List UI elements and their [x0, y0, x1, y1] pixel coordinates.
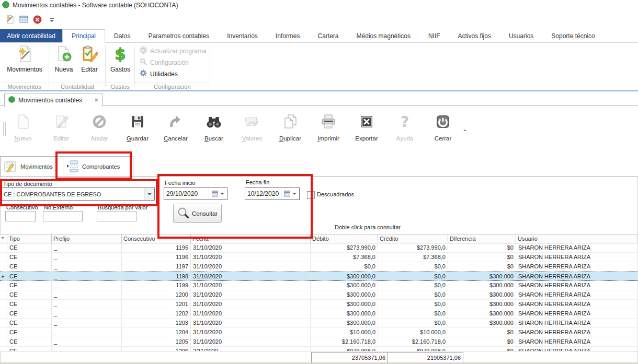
table-row[interactable]: CE_119531/10/2020$273.990,0$273.990,0$0S…	[0, 243, 638, 253]
cell-fecha: 31/10/2020	[191, 337, 311, 346]
cell-fecha: 31/10/2020	[191, 300, 311, 309]
subtab-movimientos[interactable]: Movimientos	[0, 156, 69, 177]
cell-prefijo: _	[52, 243, 122, 252]
ribbon-tab-informes[interactable]: Informes	[267, 29, 309, 42]
tab-close-icon[interactable]: ×	[94, 96, 98, 104]
ribbon-group-divider	[134, 45, 135, 87]
imprimir-button[interactable]: Imprimir	[313, 111, 344, 142]
fecha-fin-input[interactable]: 10/12/2020	[245, 187, 300, 200]
cell-diferencia: $300.000	[448, 281, 516, 290]
table-row[interactable]: CE_120131/10/2020$300.000,0$0,0$300.000S…	[0, 300, 638, 309]
cell-fecha: 31/10/2020	[191, 281, 311, 290]
cell-credito: $2.160.718,0	[378, 337, 448, 346]
cell-indicator	[0, 337, 7, 346]
calendar-picker-icon[interactable]	[281, 188, 299, 199]
close-red-icon[interactable]	[33, 15, 42, 25]
table-row[interactable]: ►CE_119831/10/2020$300.000,0$0,0$300.000…	[0, 272, 638, 281]
cell-tipo: CE	[7, 319, 52, 327]
ribbon-item-utilidades[interactable]: Utilidades	[139, 69, 178, 79]
file-button-abrir-contabilidad[interactable]: Abrir contabilidad	[0, 29, 62, 42]
new-page-icon	[14, 111, 32, 132]
guardar-button[interactable]: Guardar	[122, 111, 153, 142]
ribbon-tab-principal[interactable]: Principal	[62, 29, 105, 43]
cell-fecha: 31/10/2020	[191, 272, 311, 280]
table-row[interactable]: CE_120031/10/2020$300.000,0$0,0$300.000S…	[0, 290, 638, 300]
subtab-comprobantes[interactable]: Comprobantes	[63, 156, 133, 177]
form-toolbar: NuevoEditarAnularGuardarCancelarBuscarVa…	[0, 107, 638, 155]
column-header-indicator[interactable]: *	[0, 234, 7, 243]
magnifier-icon	[177, 207, 190, 220]
credito-total-box: 21905371,06	[388, 352, 463, 363]
exportar-button[interactable]: Exportar	[351, 111, 382, 142]
ribbon-button-nueva[interactable]: Nueva	[52, 45, 75, 73]
ribbon-tab-niif[interactable]: NIIF	[419, 29, 449, 42]
cell-consecutivo: 1196	[122, 253, 191, 262]
buscar-button[interactable]: Buscar	[199, 111, 229, 142]
busqueda-por-valor-input[interactable]	[97, 211, 136, 221]
table-row[interactable]: CE_120231/10/2020$300.000,0$0,0$300.000S…	[0, 309, 638, 319]
ribbon-group-caption: Movimientos	[0, 82, 49, 91]
cell-consecutivo: 1198	[122, 272, 191, 280]
help-icon: ?	[396, 111, 414, 132]
data-table-icon[interactable]	[19, 15, 28, 25]
consecutivo-input[interactable]	[5, 211, 36, 221]
combo-arrow-icon[interactable]	[144, 188, 154, 200]
table-row[interactable]: CE_12062/11/2020$979.998,0$979.998,0$0SH…	[0, 347, 638, 351]
wizard-icon[interactable]	[5, 15, 15, 25]
chevron-down-icon[interactable]: ⌄	[462, 125, 468, 133]
magnifier-gray-icon	[139, 57, 147, 67]
ribbon-button-editar[interactable]: Editar	[77, 45, 101, 73]
cell-tipo: CE	[7, 281, 52, 290]
table-row[interactable]: CE_119731/10/2020$0,0$0,0$0SHARON HERRER…	[0, 262, 638, 272]
partial-table-row[interactable]: CE_12062/11/2020$979.998,0$979.998,0$0SH…	[0, 347, 638, 351]
column-header-fecha[interactable]: Fecha	[191, 234, 311, 243]
cerrar-button[interactable]: Cerrar	[428, 111, 458, 142]
duplicar-button[interactable]: Duplicar	[275, 111, 305, 142]
column-header-debito[interactable]: Débito	[311, 234, 378, 243]
cancelar-button[interactable]: Cancelar	[161, 111, 191, 142]
cell-prefijo: _	[52, 347, 122, 351]
table-row[interactable]: CE_120531/10/2020$2.160.718,0$2.160.718,…	[0, 337, 638, 347]
cell-consecutivo: 1201	[122, 300, 191, 309]
ribbon-tab-m-dios-magn-ticos[interactable]: Médios magnéticos	[348, 29, 419, 42]
column-header-consecutivo[interactable]: Consecutivo	[122, 234, 191, 243]
ribbon-tab-cartera[interactable]: Cartera	[309, 29, 348, 42]
ribbon-tab-datos[interactable]: Datos	[105, 29, 139, 42]
cell-debito: $300.000,0	[311, 281, 378, 290]
column-header-tipo[interactable]: Tipo	[7, 234, 52, 243]
ribbon-tab-activos-fijos[interactable]: Activos fijos	[449, 29, 500, 42]
refresh-globe-icon	[139, 46, 147, 56]
tipo-documento-select[interactable]: CE : COMPROBANTES DE EGRESO	[1, 187, 155, 201]
table-row[interactable]: CE_120331/10/2020$300.000,0$0,0$300.000S…	[0, 319, 638, 328]
ribbon-tab-parametros-contables[interactable]: Parametros contables	[139, 29, 218, 42]
grid-hint-text: Doble click para consultar	[335, 224, 401, 230]
ribbon-item-actualizar-programa: Actualizar programa	[139, 46, 206, 56]
cell-debito: $300.000,0	[311, 319, 378, 327]
ribbon-button-movimientos[interactable]: Movimientos	[3, 45, 46, 73]
table-row[interactable]: CE_119631/10/2020$7.368,0$7.368,0$0SHARO…	[0, 253, 638, 262]
cell-consecutivo: 1206	[122, 347, 191, 351]
no-externo-input[interactable]	[43, 211, 83, 221]
busqueda-por-valor-label: Busqueda por valor	[98, 204, 147, 210]
document-tab-movimientos-contables[interactable]: Movimientos contables ×	[4, 93, 102, 107]
column-header-usuario[interactable]: Usuario	[516, 234, 638, 243]
ribbon-tab-inventarios[interactable]: Inventarios	[218, 29, 267, 42]
ribbon-tab-usuarios[interactable]: Usuarios	[500, 29, 542, 42]
cell-credito: $10.000,0	[378, 328, 448, 337]
ribbon-tab-soporte-t-cnico[interactable]: Soporte técnico	[542, 29, 603, 42]
column-header-diferencia[interactable]: Diferencia	[448, 234, 516, 243]
column-header-credito[interactable]: Crédito	[378, 234, 448, 243]
table-row[interactable]: CE_120431/10/2020$10.000,0$10.000,0$0SHA…	[0, 328, 638, 337]
quick-access-more-icon[interactable]	[50, 18, 54, 22]
cell-usuario: SHARON HERRERA ARIZA	[516, 243, 638, 252]
consultar-button[interactable]: Consultar	[173, 204, 222, 223]
table-row[interactable]: CE_119931/10/2020$300.000,0$0,0$300.000S…	[0, 281, 638, 290]
column-header-prefijo[interactable]: Prefijo	[52, 234, 122, 243]
cell-tipo: CE	[7, 337, 52, 346]
cell-debito: $300.000,0	[311, 300, 378, 309]
calendar-picker-icon[interactable]	[209, 188, 227, 199]
descuadrados-checkbox[interactable]	[307, 191, 315, 199]
ribbon-button-gastos[interactable]: $ Gastos	[108, 45, 133, 73]
fecha-inicio-input[interactable]: 29/10/2020	[164, 187, 227, 200]
cerrar-label: Cerrar	[435, 135, 452, 142]
